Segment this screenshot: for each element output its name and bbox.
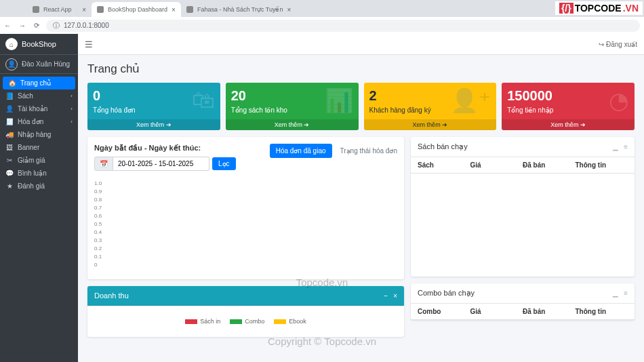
browser-tab-active[interactable]: BookShop Dashboard ×: [92, 2, 181, 17]
order-status-link[interactable]: Trạng thái hóa đơn: [340, 147, 397, 155]
y-axis: 1.00.90.80.70.60.50.40.30.20.10: [94, 180, 397, 270]
column-header: Giá: [470, 308, 523, 315]
stat-box: 150000 Tổng tiền nhập ◔ Xem thêm ➔: [502, 83, 635, 130]
y-tick: 0.1: [94, 254, 397, 262]
collapse-icon[interactable]: −: [384, 292, 388, 300]
filter-label: Ngày bắt đầu - Ngày kết thúc:: [94, 144, 236, 153]
chevron-left-icon: ‹: [71, 93, 73, 99]
nav-icon: 👤: [5, 105, 14, 113]
reload-button[interactable]: ⟳: [34, 22, 39, 29]
stat-bg-icon: ◔: [609, 87, 629, 114]
stat-box: 20 Tổng sách tồn kho 📊 Xem thêm ➔: [226, 83, 359, 130]
nav-label: Đánh giá: [18, 182, 45, 190]
sidebar-brand[interactable]: ⌂ BookShop: [0, 34, 78, 55]
column-header: Đã bán: [523, 308, 576, 315]
best-combos-card: Combo bán chạy ▁ ≡ ComboGiáĐã bánThông t…: [411, 283, 635, 320]
nav-icon: ★: [5, 182, 14, 190]
logout-link[interactable]: ↪ Đăng xuất: [599, 41, 637, 48]
filter-button[interactable]: Lọc: [212, 157, 236, 170]
sidebar: ⌂ BookShop 👤 Đào Xuân Hùng 🏠Trang chủ📘Sá…: [0, 34, 78, 362]
topbar: ☰ ↪ Đăng xuất: [78, 34, 644, 55]
y-tick: 0.2: [94, 245, 397, 254]
sidebar-item[interactable]: ✂Giảm giá: [0, 154, 78, 167]
stat-footer-link[interactable]: Xem thêm ➔: [502, 119, 635, 130]
revenue-card-header: Doanh thu − ×: [87, 286, 404, 306]
sidebar-item[interactable]: 💬Bình luận: [0, 167, 78, 180]
y-tick: 0.4: [94, 229, 397, 237]
sidebar-item[interactable]: ★Đánh giá: [0, 180, 78, 193]
sidebar-item[interactable]: 📘Sách‹: [0, 89, 78, 102]
site-info-icon: ⓘ: [53, 21, 60, 31]
nav-icon: 💬: [5, 169, 14, 177]
browser-tab[interactable]: Fahasa - Nhà Sách Trực Tuyến ×: [181, 2, 296, 17]
revenue-legend: Sách inComboEbook: [94, 313, 397, 330]
collapse-icon[interactable]: ▁: [613, 143, 618, 150]
brand-name: BookShop: [22, 40, 56, 48]
legend-swatch-icon: [230, 319, 242, 324]
tab-close-icon[interactable]: ×: [287, 6, 291, 14]
tab-title: BookShop Dashboard: [108, 6, 167, 13]
revenue-title: Doanh thu: [94, 291, 129, 300]
column-header: Sách: [418, 161, 470, 169]
y-tick: 0.6: [94, 213, 397, 221]
nav-menu: 🏠Trang chủ📘Sách‹👤Tài khoản‹🧾Hóa đơn‹🚚Nhậ…: [0, 74, 78, 195]
legend-label: Ebook: [289, 318, 306, 325]
stat-footer-link[interactable]: Xem thêm ➔: [364, 119, 497, 130]
forward-button[interactable]: →: [19, 22, 26, 29]
date-range-input[interactable]: [113, 157, 209, 171]
sidebar-item[interactable]: 👤Tài khoản‹: [0, 102, 78, 115]
stat-bg-icon: 🛍: [192, 87, 215, 113]
filter-links: Hóa đơn đã giao Trạng thái hóa đơn: [270, 144, 397, 158]
calendar-icon: 📅: [94, 157, 113, 171]
y-tick: 0.7: [94, 205, 397, 213]
sidebar-item[interactable]: 🧾Hóa đơn‹: [0, 115, 78, 128]
logo-suffix: .VN: [623, 3, 639, 14]
url-input[interactable]: ⓘ 127.0.0.1:8000: [46, 20, 640, 32]
column-header: Đã bán: [523, 161, 576, 169]
sidebar-item[interactable]: 🏠Trang chủ: [3, 77, 75, 89]
revenue-card: Doanh thu − × Sách inComboEbook: [87, 286, 404, 337]
stat-footer-link[interactable]: Xem thêm ➔: [87, 119, 220, 130]
tab-favicon-icon: [97, 6, 104, 13]
url-text: 127.0.0.1:8000: [64, 22, 109, 29]
delivered-orders-link[interactable]: Hóa đơn đã giao: [270, 144, 332, 158]
stat-row: 0 Tổng hóa đơn 🛍 Xem thêm ➔ 20 Tổng sách…: [87, 83, 635, 130]
browser-tab[interactable]: React App ×: [27, 2, 92, 17]
y-tick: 0.8: [94, 197, 397, 205]
menu-icon[interactable]: ≡: [624, 289, 628, 297]
left-column: Ngày bắt đầu - Ngày kết thúc: 📅 Lọc: [87, 137, 404, 337]
column-header: Thông tin: [576, 161, 628, 169]
sidebar-user[interactable]: 👤 Đào Xuân Hùng: [0, 55, 78, 74]
nav-label: Trang chủ: [20, 79, 51, 87]
tab-title: React App: [43, 6, 72, 13]
topcode-logo: {/} TOPCODE.VN: [555, 1, 643, 15]
back-button[interactable]: ←: [4, 22, 11, 29]
sidebar-item[interactable]: 🚚Nhập hàng: [0, 128, 78, 141]
nav-icon: 📘: [5, 92, 14, 100]
collapse-icon[interactable]: ▁: [613, 289, 618, 297]
right-column: Sách bán chạy ▁ ≡ SáchGiáĐã bánThông tin…: [411, 137, 635, 337]
sidebar-item[interactable]: 🖼Banner: [0, 141, 78, 154]
menu-icon[interactable]: ≡: [624, 143, 628, 150]
column-header: Combo: [418, 308, 470, 315]
main: ☰ ↪ Đăng xuất Trang chủ 0 Tổng hóa đơn 🛍…: [78, 34, 644, 362]
tab-close-icon[interactable]: ×: [82, 6, 86, 14]
legend-item: Ebook: [274, 318, 306, 325]
tab-close-icon[interactable]: ×: [172, 6, 176, 14]
stat-bg-icon: 📊: [325, 87, 353, 114]
hamburger-icon[interactable]: ☰: [85, 39, 93, 49]
user-name: Đào Xuân Hùng: [22, 60, 70, 68]
nav-label: Hóa đơn: [18, 118, 43, 125]
close-icon[interactable]: ×: [393, 292, 397, 300]
legend-label: Combo: [245, 318, 264, 325]
legend-swatch-icon: [274, 319, 286, 324]
browser-tabs: React App × BookShop Dashboard × Fahasa …: [0, 0, 644, 17]
filter-card: Ngày bắt đầu - Ngày kết thúc: 📅 Lọc: [87, 137, 404, 279]
best-combos-header: Combo bán chạy ▁ ≡: [411, 283, 635, 304]
best-books-columns: SáchGiáĐã bánThông tin: [411, 157, 635, 174]
stat-footer-link[interactable]: Xem thêm ➔: [226, 119, 359, 130]
legend-item: Sách in: [185, 318, 220, 325]
nav-label: Giảm giá: [18, 157, 45, 164]
nav-label: Tài khoản: [18, 105, 47, 113]
tab-favicon-icon: [186, 6, 193, 13]
